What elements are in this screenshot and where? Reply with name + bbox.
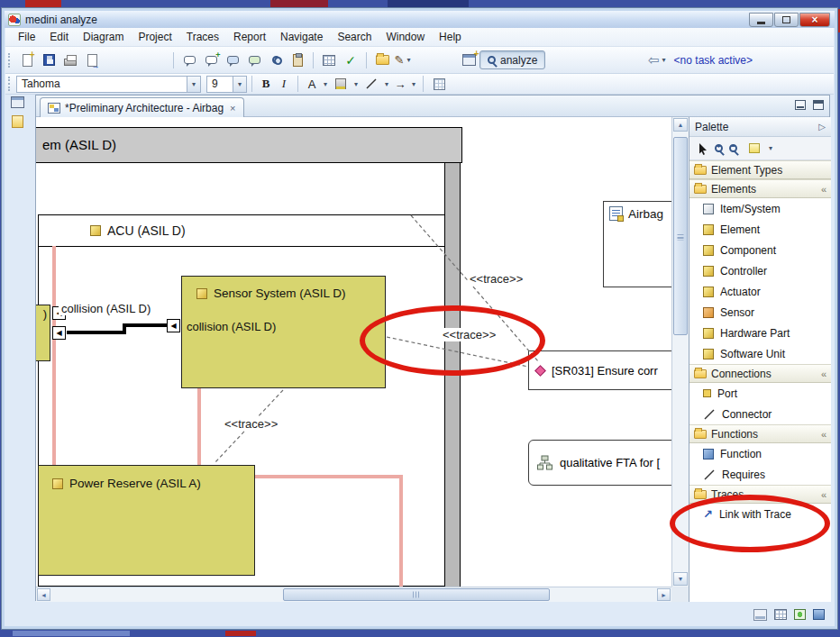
status-view-icon[interactable] bbox=[813, 609, 825, 620]
chevron-down-icon[interactable]: ▾ bbox=[766, 144, 775, 152]
chevron-down-icon[interactable]: ▾ bbox=[409, 80, 418, 88]
palette-group-connections[interactable]: Connections « bbox=[689, 364, 831, 383]
status-table-icon[interactable] bbox=[774, 609, 787, 620]
toolbar-grip[interactable] bbox=[8, 53, 12, 68]
scroll-right-button[interactable]: ► bbox=[657, 588, 671, 601]
fill-color-button[interactable] bbox=[330, 73, 352, 95]
toolbar-grip[interactable] bbox=[8, 77, 12, 91]
open-perspective-button[interactable] bbox=[458, 50, 479, 71]
palette-group-elements[interactable]: Elements « bbox=[689, 179, 831, 198]
back-icon[interactable]: ⇦ bbox=[648, 52, 660, 68]
maximize-editor-icon[interactable] bbox=[813, 100, 824, 110]
chevron-down-icon[interactable]: ▾ bbox=[321, 80, 330, 88]
title-bar[interactable]: medini analyze × bbox=[5, 11, 835, 28]
palette-item-hardware-part[interactable]: Hardware Part bbox=[689, 323, 831, 343]
menu-report[interactable]: Report bbox=[226, 29, 273, 45]
restore-panel-icon[interactable] bbox=[753, 609, 767, 621]
checklist-button[interactable] bbox=[287, 50, 308, 71]
preview-button[interactable] bbox=[265, 50, 287, 71]
editor-tab[interactable]: *Preliminary Architecture - Airbag × bbox=[40, 97, 244, 117]
menu-diagram[interactable]: Diagram bbox=[76, 29, 131, 45]
project-view-icon[interactable] bbox=[12, 115, 23, 128]
palette-item-function[interactable]: Function bbox=[689, 443, 831, 464]
menu-window[interactable]: Window bbox=[379, 29, 432, 45]
chevron-down-icon[interactable]: ▾ bbox=[382, 80, 391, 88]
scroll-down-button[interactable]: ▼ bbox=[673, 572, 688, 586]
zoom-in-icon[interactable]: + bbox=[715, 144, 723, 152]
trace-label[interactable]: <<trace>> bbox=[223, 417, 279, 431]
scroll-left-button[interactable]: ◄ bbox=[37, 588, 50, 601]
font-family-select[interactable]: Tahoma ▾ bbox=[16, 76, 201, 93]
palette-group-functions[interactable]: Functions « bbox=[689, 424, 831, 443]
menu-file[interactable]: File bbox=[11, 29, 42, 45]
scroll-up-button[interactable]: ▲ bbox=[673, 118, 688, 132]
menu-search[interactable]: Search bbox=[330, 29, 379, 45]
vertical-scroll-thumb[interactable] bbox=[673, 137, 688, 335]
palette-item-item-system[interactable]: Item/System bbox=[689, 198, 831, 219]
status-health-icon[interactable] bbox=[794, 609, 806, 620]
palette-item-actuator[interactable]: Actuator bbox=[689, 281, 831, 302]
edit-mode-button[interactable]: ✎▾ bbox=[393, 50, 415, 71]
note-icon[interactable] bbox=[749, 143, 760, 153]
zoom-out-icon[interactable]: − bbox=[729, 144, 737, 152]
export-button[interactable] bbox=[81, 50, 103, 71]
italic-button[interactable]: I bbox=[275, 75, 293, 93]
folder-icon bbox=[694, 185, 707, 194]
open-button[interactable] bbox=[371, 50, 393, 71]
print-button[interactable] bbox=[59, 50, 81, 71]
palette-group-element-types[interactable]: Element Types bbox=[689, 160, 831, 179]
folder-icon bbox=[694, 166, 707, 175]
palette-item-component[interactable]: Component bbox=[689, 240, 831, 260]
horizontal-scroll-thumb[interactable] bbox=[283, 588, 550, 601]
comments-green-button[interactable] bbox=[243, 50, 265, 71]
line-style-button[interactable] bbox=[361, 73, 382, 95]
validate-button[interactable]: ✓ bbox=[340, 50, 361, 71]
chevron-down-icon[interactable]: ▾ bbox=[187, 77, 200, 92]
maximize-button[interactable] bbox=[774, 13, 799, 27]
bold-button[interactable]: B bbox=[257, 75, 275, 93]
snap-grid-button[interactable] bbox=[428, 73, 450, 95]
back-dropdown-icon[interactable]: ▾ bbox=[660, 56, 669, 64]
minimize-editor-icon[interactable] bbox=[795, 100, 806, 110]
comments-blue-button[interactable] bbox=[222, 50, 243, 71]
palette-collapse-icon[interactable]: ▷ bbox=[818, 122, 826, 132]
palette-item-software-unit[interactable]: Software Unit bbox=[689, 343, 831, 364]
add-comment-button[interactable] bbox=[200, 50, 222, 71]
font-size-select[interactable]: 9 ▾ bbox=[206, 76, 247, 93]
pin-icon[interactable]: « bbox=[821, 369, 826, 379]
select-cursor-icon[interactable] bbox=[697, 142, 708, 155]
chevron-down-icon[interactable]: ▾ bbox=[404, 56, 413, 64]
palette-item-sensor[interactable]: Sensor bbox=[689, 302, 831, 323]
pin-icon[interactable]: « bbox=[821, 489, 826, 500]
menu-traces[interactable]: Traces bbox=[179, 29, 226, 45]
menu-edit[interactable]: Edit bbox=[42, 29, 76, 45]
palette-item-element[interactable]: Element bbox=[689, 219, 831, 240]
new-file-button[interactable] bbox=[16, 50, 38, 71]
tab-close-icon[interactable]: × bbox=[230, 103, 235, 114]
diagram-canvas[interactable]: em (ASIL D) ACU (ASIL D) ) ◀ ◀ bbox=[36, 117, 689, 602]
close-button[interactable]: × bbox=[799, 13, 830, 27]
menu-project[interactable]: Project bbox=[131, 29, 178, 45]
palette-item-port[interactable]: Port bbox=[689, 383, 831, 404]
save-button[interactable] bbox=[38, 50, 59, 71]
palette-item-connector[interactable]: Connector bbox=[689, 404, 831, 424]
chevron-down-icon[interactable]: ▾ bbox=[233, 77, 246, 92]
pin-icon[interactable]: « bbox=[821, 184, 826, 195]
minimize-button[interactable] bbox=[749, 13, 773, 27]
menu-help[interactable]: Help bbox=[432, 29, 469, 45]
palette-header[interactable]: Palette ▷ bbox=[689, 117, 831, 137]
pin-icon[interactable]: « bbox=[821, 429, 826, 440]
item-label: Connector bbox=[722, 408, 772, 421]
restore-view-icon[interactable] bbox=[11, 96, 24, 108]
menu-navigate[interactable]: Navigate bbox=[273, 29, 330, 45]
comment-button[interactable] bbox=[178, 50, 200, 71]
table-view-button[interactable] bbox=[318, 50, 340, 71]
palette-item-requires[interactable]: Requires bbox=[689, 464, 831, 485]
font-color-button[interactable]: A bbox=[303, 75, 321, 93]
horizontal-scrollbar[interactable]: ◄ ► bbox=[36, 587, 671, 602]
trace-label[interactable]: <<trace>> bbox=[468, 272, 525, 286]
chevron-down-icon[interactable]: ▾ bbox=[352, 80, 361, 88]
arrow-style-button[interactable]: → bbox=[391, 75, 409, 93]
palette-item-controller[interactable]: Controller bbox=[689, 260, 831, 281]
analyze-perspective-button[interactable]: analyze bbox=[479, 50, 545, 69]
